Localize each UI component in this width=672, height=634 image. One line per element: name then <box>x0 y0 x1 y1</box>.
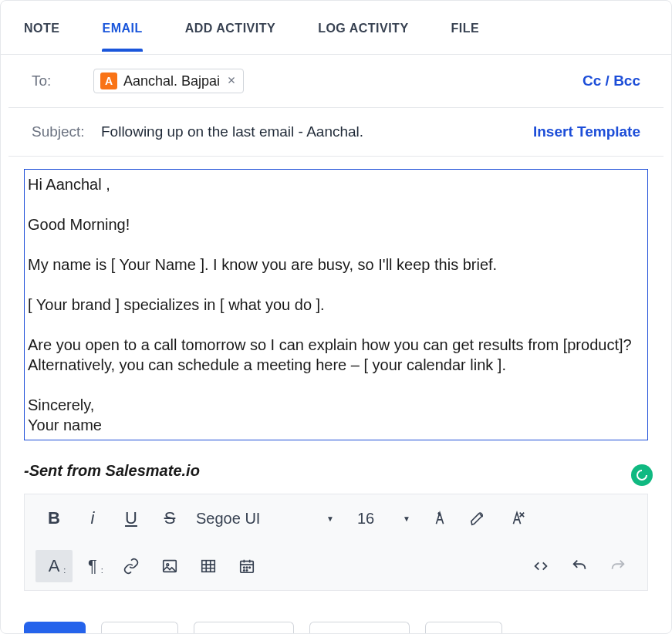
table-button[interactable] <box>190 550 227 582</box>
subject-row: Subject: Following up on the last email … <box>8 108 664 157</box>
svg-point-8 <box>246 570 247 571</box>
svg-point-4 <box>244 567 245 568</box>
bold-button[interactable]: B <box>35 502 73 535</box>
image-button[interactable] <box>151 550 188 582</box>
font-family-select[interactable]: Segoe UI <box>190 507 317 531</box>
chevron-down-icon[interactable]: ▼ <box>326 514 334 523</box>
recipient-name: Aanchal. Bajpai <box>123 73 220 89</box>
signature-line: -Sent from Salesmate.io <box>24 462 648 480</box>
action-buttons-row <box>24 622 502 633</box>
strikethrough-button[interactable]: S <box>151 502 188 535</box>
action-button[interactable] <box>425 622 502 633</box>
clear-format-button[interactable] <box>498 502 535 535</box>
action-button[interactable] <box>194 622 294 633</box>
cc-bcc-link[interactable]: Cc / Bcc <box>583 73 640 89</box>
body-line: Your name <box>28 415 644 435</box>
paragraph-button[interactable]: ¶: <box>74 550 111 582</box>
subject-label: Subject: <box>32 123 93 140</box>
underline-button[interactable]: U <box>113 502 150 535</box>
text-color-button[interactable] <box>421 502 458 535</box>
action-button[interactable] <box>309 622 410 633</box>
redo-button[interactable] <box>599 550 637 582</box>
body-line: Sincerely, <box>28 395 644 415</box>
body-line: Good Morning! <box>28 214 644 234</box>
svg-rect-2 <box>202 561 215 572</box>
format-toolbar: B i U S Segoe UI ▼ 16 ▼ <box>24 494 648 591</box>
chevron-down-icon[interactable]: ▼ <box>403 514 410 523</box>
tab-note[interactable]: NOTE <box>24 22 59 51</box>
italic-button[interactable]: i <box>74 502 111 535</box>
tab-add-activity[interactable]: ADD ACTIVITY <box>185 22 275 51</box>
body-line: Are you open to a call tomorrow so I can… <box>28 335 644 375</box>
body-line: [ Your brand ] specializes in [ what you… <box>28 295 644 315</box>
svg-point-1 <box>167 564 169 566</box>
compose-tabs: NOTE EMAIL ADD ACTIVITY LOG ACTIVITY FIL… <box>1 1 671 55</box>
svg-point-5 <box>246 567 247 568</box>
recipient-remove-icon[interactable] <box>226 73 237 89</box>
recipient-avatar: A <box>100 73 117 89</box>
svg-point-6 <box>249 567 250 568</box>
send-button[interactable] <box>24 622 86 633</box>
action-button[interactable] <box>101 622 178 633</box>
code-view-button[interactable] <box>522 550 559 582</box>
body-line: Hi Aanchal , <box>28 174 644 194</box>
calendar-button[interactable] <box>228 550 265 582</box>
help-bubble-icon[interactable] <box>631 464 653 486</box>
body-line: My name is [ Your Name ]. I know you are… <box>28 255 644 275</box>
text-style-button[interactable]: A: <box>35 550 73 582</box>
to-row: To: A Aanchal. Bajpai Cc / Bcc <box>8 55 664 108</box>
font-size-select[interactable]: 16 <box>351 507 393 531</box>
subject-input[interactable]: Following up on the last email - Aanchal… <box>101 123 363 140</box>
highlight-button[interactable] <box>460 502 497 535</box>
link-button[interactable] <box>113 550 150 582</box>
svg-point-7 <box>244 570 245 571</box>
email-body-editor[interactable]: Hi Aanchal , Good Morning! My name is [ … <box>24 169 648 440</box>
insert-template-link[interactable]: Insert Template <box>533 123 640 140</box>
tab-log-activity[interactable]: LOG ACTIVITY <box>318 22 408 51</box>
tab-email[interactable]: EMAIL <box>102 22 142 51</box>
recipient-chip[interactable]: A Aanchal. Bajpai <box>93 69 244 93</box>
undo-button[interactable] <box>561 550 598 582</box>
tab-file[interactable]: FILE <box>451 22 480 51</box>
to-label: To: <box>32 73 93 89</box>
